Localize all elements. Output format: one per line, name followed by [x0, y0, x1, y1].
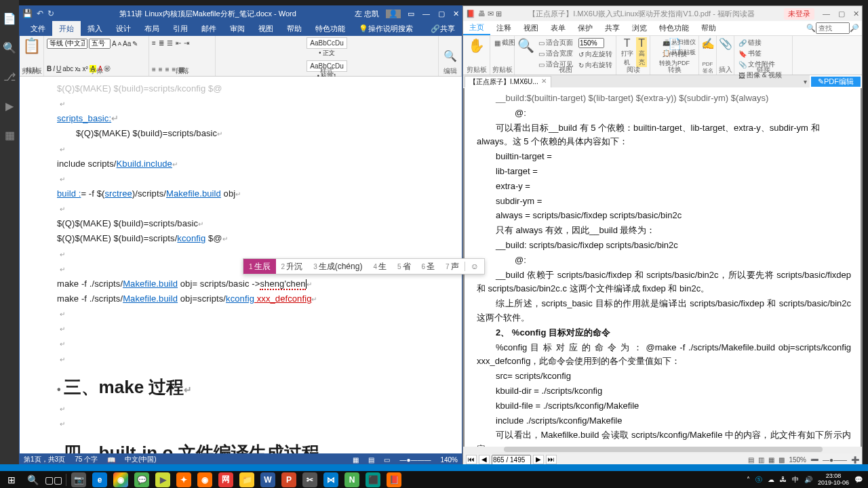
view-facing-icon[interactable]: ▦	[768, 456, 774, 464]
pdf-hscrollbar[interactable]	[463, 447, 862, 453]
tray-vol-icon[interactable]: 🔊	[804, 476, 812, 483]
zoom-slider[interactable]: —●——	[823, 456, 847, 464]
page-input[interactable]	[492, 455, 531, 465]
view-web-icon[interactable]: ▭	[384, 456, 390, 464]
redo-icon[interactable]: ↻	[47, 9, 54, 18]
tell-me[interactable]: 💡 操作说明搜索	[352, 21, 420, 36]
app-explorer[interactable]: 📁	[237, 472, 257, 487]
indent-right-icon[interactable]: ⇥	[184, 39, 189, 47]
tab-features[interactable]: 特色功能	[653, 21, 695, 35]
ime-candidate-2[interactable]: 2升沉	[276, 259, 309, 274]
fit-page[interactable]: ▭ 适合页面	[537, 37, 574, 48]
view-print-icon[interactable]: ▤	[368, 456, 374, 464]
sign-icon[interactable]: ✍	[701, 37, 715, 50]
ime-candidate-3[interactable]: 3生成(chéng)	[308, 259, 368, 274]
highlight-icon[interactable]: T	[636, 37, 647, 49]
tab-references[interactable]: 引用	[166, 21, 195, 36]
tab-help[interactable]: 帮助	[280, 21, 309, 36]
ime-candidate-bar[interactable]: 1生辰 2升沉 3生成(chéng) 4生 5省 6圣 7声 ☺	[243, 258, 485, 274]
pdf-search[interactable]: 🔍🔎	[806, 21, 862, 35]
taskview-button[interactable]: ▢▢	[43, 472, 64, 487]
link-item[interactable]: 🔗 链接	[737, 37, 789, 48]
from-scanner[interactable]: 📠 从扫描仪	[661, 37, 697, 47]
app-6[interactable]: ◉	[195, 472, 215, 487]
tab-comment[interactable]: 注释	[490, 21, 517, 35]
find-icon[interactable]: 🔍	[443, 49, 457, 62]
ime-candidate-5[interactable]: 5省	[392, 259, 416, 274]
close-icon[interactable]: ✕	[453, 9, 459, 18]
user-avatar-icon[interactable]: 👤	[386, 9, 401, 18]
ime-candidate-7[interactable]: 7声	[440, 259, 465, 274]
app-wechat[interactable]: 💬	[132, 472, 152, 487]
close-tab-icon[interactable]: ✕	[541, 77, 547, 87]
ime-emoji-icon[interactable]: ☺	[465, 262, 484, 271]
view-cont-icon[interactable]: ▥	[758, 456, 764, 464]
font-size-input[interactable]	[89, 39, 111, 49]
change-case-icon[interactable]: Aa	[123, 40, 131, 47]
first-page-icon[interactable]: ⏮	[466, 455, 477, 464]
tray-ime-icon[interactable]: 中	[792, 475, 799, 485]
tab-menu-icon[interactable]: ▾	[801, 78, 810, 85]
scm-icon[interactable]: ⎇	[3, 70, 16, 83]
number-icon[interactable]: ≣	[159, 39, 164, 47]
app-vscode[interactable]: ⋈	[321, 472, 341, 487]
paste-icon[interactable]: 📋	[22, 37, 41, 55]
style-normal[interactable]: AaBbCcDu	[307, 37, 347, 49]
bullet-icon[interactable]: ≡	[152, 39, 156, 47]
zoom-in-icon[interactable]: ➕	[851, 456, 859, 464]
snapshot-icon[interactable]: ▦ 截图	[493, 37, 511, 48]
multilevel-icon[interactable]: ☰	[167, 39, 173, 47]
zoom-input[interactable]	[578, 38, 604, 48]
tab-view[interactable]: 视图	[252, 21, 280, 36]
bookmark-item[interactable]: 🔖 书签	[737, 48, 789, 59]
language-status[interactable]: 中文(中国)	[125, 455, 157, 464]
tray-skype-icon[interactable]: ⓢ	[755, 475, 762, 485]
minimize-icon[interactable]: —	[422, 9, 430, 18]
ime-candidate-4[interactable]: 4生	[368, 259, 392, 274]
app-camera[interactable]: 📷	[68, 472, 89, 487]
from-clipboard[interactable]: 📋 从剪贴板	[661, 47, 697, 58]
pdf-document[interactable]: __build:$(builtin-target) $(lib-target) …	[463, 88, 862, 447]
shrink-font-icon[interactable]: A	[118, 41, 121, 47]
tab-mailings[interactable]: 邮件	[195, 21, 223, 36]
zoom-level[interactable]: 150%	[789, 456, 806, 464]
ribbon-options-icon[interactable]: ▭	[408, 9, 414, 18]
close-icon[interactable]: ✕	[853, 9, 859, 18]
next-page-icon[interactable]: ▶	[533, 455, 544, 464]
tab-browse[interactable]: 浏览	[626, 21, 653, 35]
typewriter-icon[interactable]: T	[619, 37, 635, 49]
app-chrome[interactable]: ◉	[111, 472, 131, 487]
pdf-edit-button[interactable]: ✎ PDF编辑	[811, 77, 861, 87]
view-cont-facing-icon[interactable]: ▩	[778, 456, 785, 464]
prev-page-icon[interactable]: ◀	[479, 455, 490, 464]
tab-layout[interactable]: 布局	[138, 21, 166, 36]
app-powerpoint[interactable]: P	[279, 472, 299, 487]
spellcheck-icon[interactable]: 📖	[107, 456, 115, 464]
undo-icon[interactable]: ↶	[37, 9, 43, 18]
tray-net-icon[interactable]: 🖧	[780, 476, 787, 483]
tab-file[interactable]: 文件	[24, 21, 52, 36]
last-page-icon[interactable]: ⏭	[546, 455, 557, 464]
user-name[interactable]: 左 忠凯	[355, 9, 379, 19]
app-notepad[interactable]: N	[342, 472, 362, 487]
tray-onedrive-icon[interactable]: ☁	[768, 476, 774, 483]
files-icon[interactable]: 📄	[3, 12, 16, 25]
clear-format-icon[interactable]: ✎	[132, 40, 138, 47]
ime-candidate-1[interactable]: 1生辰	[243, 259, 276, 274]
maximize-icon[interactable]: ▢	[438, 9, 445, 18]
tab-view[interactable]: 视图	[517, 21, 545, 35]
rotate-left[interactable]: ↺ 向左旋转	[577, 49, 614, 60]
page-status[interactable]: 第1页，共3页	[24, 455, 65, 464]
debug-icon[interactable]: ▶	[5, 100, 14, 113]
tab-help[interactable]: 帮助	[695, 21, 722, 35]
tab-home[interactable]: 开始	[52, 21, 81, 36]
extensions-icon[interactable]: ▦	[5, 129, 15, 142]
minimize-icon[interactable]: —	[823, 9, 830, 18]
start-button[interactable]: ⊞	[1, 472, 22, 487]
tab-home[interactable]: 主页	[463, 21, 490, 35]
save-icon[interactable]: 💾	[22, 9, 33, 18]
search-icon[interactable]: 🔍	[3, 41, 16, 54]
app-snip[interactable]: ✂	[300, 472, 320, 487]
zoom-slider[interactable]: —●———	[399, 456, 431, 464]
tray-up-icon[interactable]: ˄	[747, 476, 750, 483]
